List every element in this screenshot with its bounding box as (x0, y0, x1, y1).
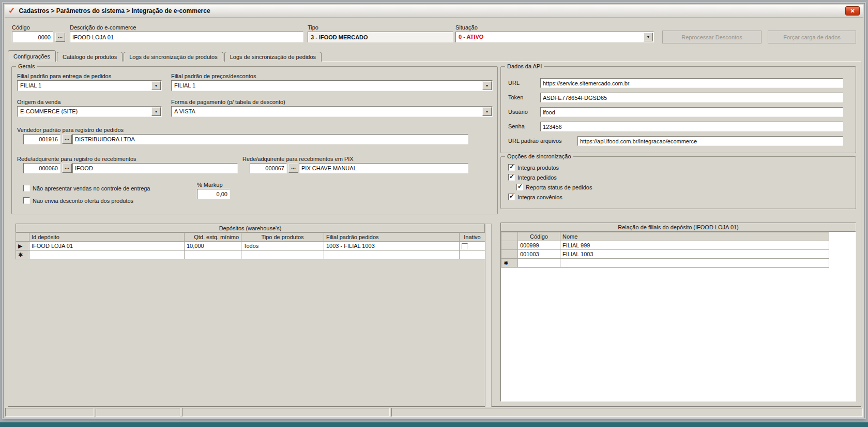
vendedor-nome-input[interactable] (72, 134, 468, 144)
taskbar-edge (0, 422, 868, 427)
status-panel (391, 408, 863, 417)
codigo-browse-button[interactable]: ... (55, 33, 65, 42)
new-row[interactable]: ✱ (16, 251, 485, 259)
origem-venda-value: E-COMMERCE (SITE) (20, 108, 150, 114)
col-filial-pedidos: Filial padrão pedidos (324, 233, 460, 242)
forma-pagamento-label: Forma de pagamento (p/ tabela de descont… (171, 99, 285, 105)
rede-adquirente-label: Rede/adquirente para registro de recebim… (17, 156, 136, 162)
filial-entrega-label: Filial padrão para entrega de pedidos (17, 73, 111, 79)
cell-empty (518, 259, 560, 268)
filial-entrega-value: FILIAL 1 (20, 82, 150, 89)
rede-pix-browse-button[interactable]: ... (288, 164, 298, 173)
api-senha-input[interactable] (540, 122, 843, 131)
sync-integra-pedidos-row: Integra pedidos (508, 174, 557, 181)
close-button[interactable]: ✕ (845, 6, 860, 16)
window-title: Cadastros > Parâmetros do sistema > Inte… (19, 7, 210, 14)
depositos-header-row: Id depósito Qtd. estq. mínimo Tipo de pr… (16, 233, 485, 242)
filial-precos-label: Filial padrão de preços/descontos (171, 73, 256, 79)
sync-integra-pedidos-label: Integra pedidos (517, 174, 557, 181)
title-bar[interactable]: ✓ Cadastros > Parâmetros do sistema > In… (5, 5, 863, 18)
cell-inativo (460, 242, 485, 251)
origem-venda-combobox[interactable]: E-COMMERCE (SITE) ▼ (17, 106, 162, 117)
reprocessar-descontos-button[interactable]: Reprocessar Descontos (662, 31, 762, 43)
filiais-header-row: Código Nome (501, 232, 829, 241)
tipo-value: 3 - IFOOD MERCADO (311, 34, 368, 40)
situacao-label: Situação (455, 24, 478, 31)
vendedor-codigo-input[interactable] (23, 134, 60, 144)
tab-logs-sinc-pedidos[interactable]: Logs de sincronização de pedidos (224, 52, 322, 62)
sync-integra-convenios-row: Integra convênios (508, 194, 562, 200)
row-selector (501, 241, 518, 250)
cell-empty (324, 251, 460, 259)
sync-integra-produtos-label: Integra produtos (517, 165, 559, 171)
vendedor-browse-button[interactable]: ... (62, 135, 72, 144)
forma-pagamento-dropdown-icon[interactable]: ▼ (482, 107, 492, 116)
rede-codigo-input[interactable] (23, 163, 60, 173)
chk-nao-apresentar-row: Não apresentar vendas no controle de ent… (23, 185, 150, 192)
current-row-marker-icon: ▶ (16, 242, 29, 251)
new-row-marker-icon: ✱ (16, 251, 29, 259)
cell-tipo-produtos: Todos (241, 242, 324, 251)
situacao-combobox[interactable]: 0 - ATIVO ▼ (455, 32, 654, 42)
situacao-dropdown-icon[interactable]: ▼ (644, 33, 653, 41)
new-row[interactable]: ✱ (501, 259, 829, 268)
status-panel (5, 408, 94, 417)
descricao-input[interactable] (70, 32, 303, 42)
api-url-arquivos-input[interactable] (577, 136, 843, 146)
codigo-input[interactable] (12, 32, 53, 42)
sync-integra-pedidos-checkbox[interactable] (508, 174, 515, 181)
markup-label: % Markup (197, 182, 223, 188)
origem-venda-dropdown-icon[interactable]: ▼ (151, 107, 161, 116)
filiais-grid-title: Relação de filiais do depósito (IFOOD LO… (501, 223, 856, 232)
new-row-marker-icon: ✱ (501, 259, 518, 268)
cell-empty (560, 259, 829, 268)
status-panel (182, 408, 390, 417)
col-nome: Nome (560, 232, 829, 241)
col-codigo: Código (518, 232, 560, 241)
sync-integra-convenios-checkbox[interactable] (508, 194, 515, 200)
cell-filial-pedidos: 1003 - FILIAL 1003 (324, 242, 460, 251)
table-row[interactable]: 000999 FILIAL 999 (501, 241, 829, 250)
filial-precos-combobox[interactable]: FILIAL 1 ▼ (171, 80, 493, 91)
filial-precos-dropdown-icon[interactable]: ▼ (482, 81, 492, 90)
markup-input[interactable] (197, 189, 230, 199)
codigo-label: Código (12, 24, 30, 31)
forma-pagamento-combobox[interactable]: A VISTA ▼ (171, 106, 493, 117)
row-selector-header (16, 233, 29, 242)
app-window: ✓ Cadastros > Parâmetros do sistema > In… (3, 3, 865, 418)
chk-nao-apresentar-checkbox[interactable] (23, 185, 30, 192)
sync-integra-convenios-label: Integra convênios (517, 194, 562, 200)
table-row[interactable]: 001003 FILIAL 1003 (501, 250, 829, 259)
situacao-value: 0 - ATIVO (459, 34, 642, 40)
rede-browse-button[interactable]: ... (62, 164, 72, 173)
filial-precos-value: FILIAL 1 (174, 82, 481, 89)
depositos-vertical-scrollbar[interactable] (485, 224, 492, 407)
cell-nome: FILIAL 1003 (560, 250, 829, 259)
filial-entrega-dropdown-icon[interactable]: ▼ (151, 81, 161, 90)
sync-integra-produtos-checkbox[interactable] (508, 164, 515, 171)
chk-nao-envia-label: Não envia desconto oferta dos produtos (33, 198, 133, 204)
table-row[interactable]: ▶ IFOOD LOJA 01 10,000 Todos 1003 - FILI… (16, 242, 485, 251)
desktop: ✓ Cadastros > Parâmetros do sistema > In… (0, 0, 868, 427)
tab-catalogo-produtos[interactable]: Catálogo de produtos (57, 52, 123, 62)
sync-reporta-status-checkbox[interactable] (516, 184, 523, 190)
rede-pix-codigo-input[interactable] (250, 163, 287, 173)
status-panel (96, 408, 180, 417)
api-usuario-input[interactable] (540, 107, 843, 117)
tipo-field: 3 - IFOOD MERCADO (308, 32, 453, 42)
rede-pix-nome-input[interactable] (299, 163, 468, 173)
depositos-grid-title: Depósitos (warehouse's) (16, 224, 485, 232)
filiais-grid: Relação de filiais do depósito (IFOOD LO… (500, 223, 856, 402)
inativo-checkbox[interactable] (462, 243, 468, 249)
tab-logs-sinc-produtos[interactable]: Logs de sincronização de produtos (124, 52, 223, 62)
forcar-carga-button[interactable]: Forçar carga de dados (768, 31, 856, 43)
rede-nome-input[interactable] (72, 163, 238, 173)
depositos-grid: Depósitos (warehouse's) Id depósito Qtd.… (16, 224, 498, 259)
api-token-input[interactable] (540, 93, 843, 102)
api-url-input[interactable] (540, 78, 843, 88)
cell-empty (185, 251, 241, 259)
filial-entrega-combobox[interactable]: FILIAL 1 ▼ (17, 80, 162, 91)
tab-configuracoes[interactable]: Configurações (8, 50, 56, 62)
tab-strip: Configurações Catálogo de produtos Logs … (8, 50, 323, 62)
chk-nao-envia-checkbox[interactable] (23, 197, 30, 204)
